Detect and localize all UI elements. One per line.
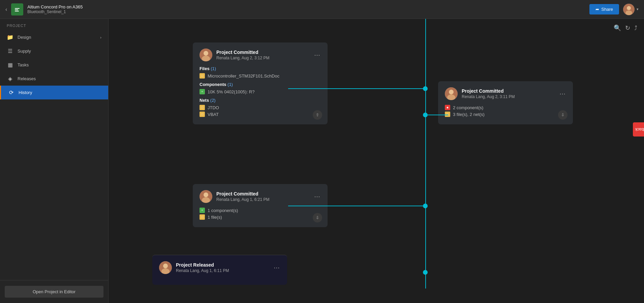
refresh-button[interactable]: ↻ xyxy=(625,24,630,32)
connector-3 xyxy=(288,206,426,206)
timeline-dot-2 xyxy=(423,113,428,117)
sidebar-item-supply[interactable]: ☰ Supply xyxy=(0,44,108,58)
card1-header: Project Committed Renata Lang, Aug 2, 3:… xyxy=(200,49,321,61)
card1-file-1: □ Microcontroller_STM32F101.SchDoc xyxy=(200,73,321,79)
card1-net-2: □ VBAT xyxy=(200,112,321,117)
share-button[interactable]: ➦ Share xyxy=(589,4,619,14)
project-name: Bluetooth_Sentinel_1 xyxy=(27,9,83,14)
net-icon-right: □ xyxy=(445,112,450,117)
back-button[interactable]: ‹ xyxy=(5,6,7,12)
svg-point-5 xyxy=(627,6,631,10)
card-right-header: Project Committed Renata Lang, Aug 2, 3:… xyxy=(445,87,566,100)
card1-components-label: Components (1) xyxy=(200,82,321,87)
svg-rect-3 xyxy=(15,11,19,11)
component-icon-1: + xyxy=(200,89,205,94)
sidebar-item-releases[interactable]: ◈ Releases xyxy=(0,72,108,86)
card1-nets-label: Nets (2) xyxy=(200,98,321,103)
releases-icon: ◈ xyxy=(7,75,13,82)
sidebar: PROJECT 📁 Design › ☰ Supply ▦ Tasks ◈ Re… xyxy=(0,19,109,303)
design-icon: 📁 xyxy=(7,34,13,40)
timeline-dot-4 xyxy=(423,270,428,275)
card2-title-block: Project Committed Renata Lang, Aug 1, 6:… xyxy=(216,191,310,202)
card3-avatar xyxy=(159,261,172,274)
card-right-summary-2-text: 3 file(s), 2 net(s) xyxy=(453,112,485,117)
supply-icon: ☰ xyxy=(7,48,13,54)
card1-file-1-name: Microcontroller_STM32F101.SchDoc xyxy=(208,73,279,79)
expand-button[interactable]: ⤴ xyxy=(634,24,637,32)
card2-menu-button[interactable]: ⋯ xyxy=(314,193,321,200)
card-right-subtitle: Renata Lang, Aug 2, 3:11 PM xyxy=(462,94,555,99)
timeline-line xyxy=(425,19,426,289)
card2-title: Project Committed xyxy=(216,191,310,196)
card1-menu-button[interactable]: ⋯ xyxy=(314,51,321,59)
net-icon-1: □ xyxy=(200,105,205,110)
svg-point-6 xyxy=(625,10,632,15)
share-icon: ➦ xyxy=(595,7,599,12)
card-right-summary-1: ■ 2 component(s) xyxy=(445,105,566,110)
card1-avatar xyxy=(200,49,212,61)
card-right-title: Project Committed xyxy=(462,88,555,94)
card1-net-2-name: VBAT xyxy=(208,112,219,117)
header-title: Altium Concord Pro on A365 Bluetooth_Sen… xyxy=(27,4,83,14)
card3-menu-button[interactable]: ⋯ xyxy=(274,264,280,271)
card1-component-1-name: 10K 5% 0402(1005): R? xyxy=(208,89,254,94)
sidebar-item-label-supply: Supply xyxy=(18,49,31,54)
content-toolbar: 🔍 ↻ ⤴ xyxy=(614,24,637,32)
card1-files-count: (1) xyxy=(211,66,216,71)
card2-summary-1: + 1 component(s) xyxy=(200,208,321,213)
sidebar-item-history[interactable]: ⟳ History xyxy=(0,86,108,99)
card3-title: Project Released xyxy=(176,262,270,268)
card-right-title-block: Project Committed Renata Lang, Aug 2, 3:… xyxy=(462,88,555,99)
card2-summary-1-text: 1 component(s) xyxy=(208,208,238,213)
sidebar-item-design[interactable]: 📁 Design › xyxy=(0,30,108,44)
sidebar-section-label: PROJECT xyxy=(0,19,108,30)
card2-summary-2: □ 1 file(s) xyxy=(200,214,321,220)
connector-1 xyxy=(288,88,426,89)
open-editor-button[interactable]: Open Project in Editor xyxy=(5,286,103,298)
content-area: 🔍 ↻ ⤴ xyxy=(109,19,644,303)
commit-card-3: Project Released Renata Lang, Aug 1, 6:1… xyxy=(152,255,287,285)
connector-2 xyxy=(425,115,448,115)
card2-collapse-button[interactable]: ⇩ xyxy=(313,213,322,222)
app-name: Altium Concord Pro on A365 xyxy=(27,4,83,9)
history-icon: ⟳ xyxy=(8,89,14,96)
svg-point-8 xyxy=(204,51,208,56)
timeline-wrapper: Project Committed Renata Lang, Aug 2, 3:… xyxy=(109,19,644,289)
svg-rect-1 xyxy=(15,8,20,9)
svg-point-11 xyxy=(449,90,454,94)
card1-title: Project Committed xyxy=(216,50,310,55)
user-avatar[interactable] xyxy=(623,4,635,15)
commit-card-2: Project Committed Renata Lang, Aug 1, 6:… xyxy=(152,184,287,227)
sidebar-item-label-releases: Releases xyxy=(18,76,36,81)
share-label: Share xyxy=(601,7,613,12)
feedback-tab[interactable]: Feedback xyxy=(633,122,644,137)
component-icon-2: + xyxy=(200,208,205,213)
card2-summary-2-text: 1 file(s) xyxy=(208,215,222,220)
user-dropdown-caret[interactable]: ▾ xyxy=(637,7,639,11)
red-icon-1: ■ xyxy=(445,105,450,110)
search-button[interactable]: 🔍 xyxy=(614,24,621,32)
card1-components-count: (1) xyxy=(227,82,233,87)
card-right-summary-1-text: 2 component(s) xyxy=(453,105,483,110)
sidebar-item-tasks[interactable]: ▦ Tasks xyxy=(0,58,108,72)
card3-subtitle: Renata Lang, Aug 1, 6:11 PM xyxy=(176,268,270,273)
design-chevron: › xyxy=(100,35,101,39)
tasks-icon: ▦ xyxy=(7,62,13,68)
card3-header: Project Released Renata Lang, Aug 1, 6:1… xyxy=(159,261,280,274)
commit-card-right: Project Committed Renata Lang, Aug 2, 3:… xyxy=(438,81,573,124)
card-right-avatar xyxy=(445,87,458,100)
card2-header: Project Committed Renata Lang, Aug 1, 6:… xyxy=(200,190,321,203)
main-layout: PROJECT 📁 Design › ☰ Supply ▦ Tasks ◈ Re… xyxy=(0,19,644,303)
net-icon-3: □ xyxy=(200,214,205,220)
card3-title-block: Project Released Renata Lang, Aug 1, 6:1… xyxy=(176,262,270,273)
card1-nets-count: (2) xyxy=(210,98,216,103)
commit-card-1: Project Committed Renata Lang, Aug 2, 3:… xyxy=(152,42,287,135)
sidebar-item-label-history: History xyxy=(19,90,32,95)
card1-component-1: + 10K 5% 0402(1005): R? xyxy=(200,89,321,94)
net-icon-2: □ xyxy=(200,112,205,117)
card-right-collapse-button[interactable]: ⇩ xyxy=(558,110,568,120)
svg-rect-2 xyxy=(15,9,18,10)
card-right-menu-button[interactable]: ⋯ xyxy=(559,90,566,97)
svg-point-14 xyxy=(204,192,208,197)
card1-collapse-button[interactable]: ⇧ xyxy=(313,110,322,120)
